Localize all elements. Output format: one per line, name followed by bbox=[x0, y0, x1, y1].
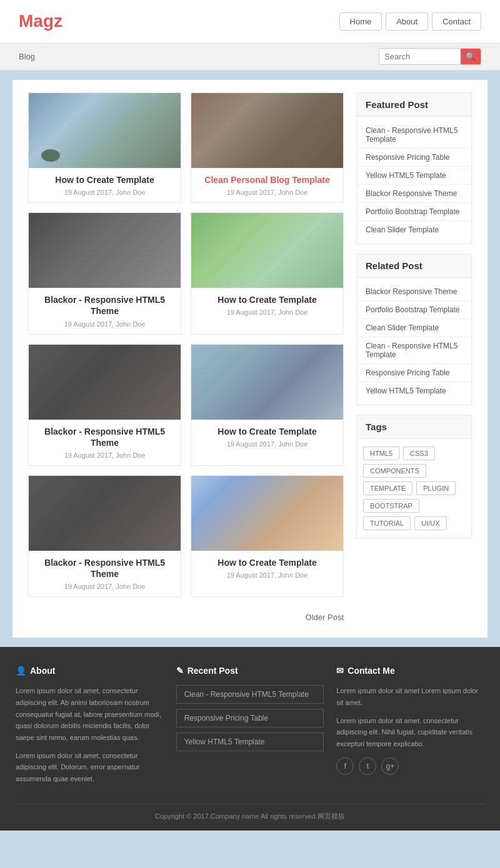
post-image-3 bbox=[191, 213, 343, 288]
featured-link-3[interactable]: Blackor Responsive Theme bbox=[357, 185, 471, 203]
post-meta-5: 19 August 2017, John Doe bbox=[198, 440, 337, 448]
footer-recent-col: ✎ Recent Post Clean - Responsive HTML5 T… bbox=[176, 666, 324, 791]
post-card-0[interactable]: How to Create Template 19 August 2017, J… bbox=[28, 92, 181, 203]
social-facebook[interactable]: f bbox=[336, 757, 354, 775]
post-meta-4: 19 August 2017, John Doe bbox=[35, 451, 174, 459]
post-row-3: Blackor - Responsive HTML5 Theme 19 Augu… bbox=[28, 344, 344, 466]
post-image-1 bbox=[191, 93, 343, 168]
main-content: How to Create Template 19 August 2017, J… bbox=[12, 80, 488, 638]
footer-recent-title: ✎ Recent Post bbox=[176, 666, 324, 676]
social-google[interactable]: g+ bbox=[381, 757, 399, 775]
related-link-5[interactable]: Yellow HTML5 Template bbox=[357, 382, 471, 400]
featured-link-5[interactable]: Clean Slider Template bbox=[357, 221, 471, 239]
post-card-3[interactable]: How to Create Template 19 August 2017, J… bbox=[191, 212, 344, 334]
post-meta-6: 19 August 2017, John Doe bbox=[35, 583, 174, 590]
post-title-5: How to Create Template bbox=[198, 426, 337, 437]
search-input[interactable] bbox=[379, 49, 461, 64]
post-card-4[interactable]: Blackor - Responsive HTML5 Theme 19 Augu… bbox=[28, 344, 181, 466]
logo: Magz bbox=[19, 11, 62, 31]
footer-contact-text1: Lorem ipsum dolor sit amet Lorem ipsum d… bbox=[336, 685, 484, 708]
recent-link-0[interactable]: Clean - Responsive HTML5 Template bbox=[176, 685, 324, 704]
post-info-1: Clean Personal Blog Template 19 August 2… bbox=[191, 168, 343, 202]
blog-bar: Blog 🔍 bbox=[0, 43, 500, 71]
search-box: 🔍 bbox=[379, 48, 481, 65]
post-img-camera3 bbox=[29, 476, 181, 551]
featured-post-list: Clean - Responsive HTML5 Template Respon… bbox=[357, 117, 471, 244]
related-link-4[interactable]: Responsive Pricing Table bbox=[357, 364, 471, 382]
search-button[interactable]: 🔍 bbox=[461, 49, 481, 64]
nav-contact[interactable]: Contact bbox=[432, 12, 481, 31]
post-img-camera1 bbox=[29, 213, 181, 288]
post-meta-1: 19 August 2017, John Doe bbox=[198, 189, 337, 196]
recent-link-1[interactable]: Responsive Pricing Table bbox=[176, 709, 324, 727]
featured-link-0[interactable]: Clean - Responsive HTML5 Template bbox=[357, 122, 471, 149]
footer-copyright: Copyright © 2017.Company name All rights… bbox=[16, 804, 484, 821]
post-info-0: How to Create Template 19 August 2017, J… bbox=[29, 168, 181, 202]
post-card-2[interactable]: Blackor - Responsive HTML5 Theme 19 Augu… bbox=[28, 212, 181, 334]
post-row-2: Blackor - Responsive HTML5 Theme 19 Augu… bbox=[28, 212, 344, 334]
footer-about-text1: Lorem ipsum dolor sit amet, consectetur … bbox=[16, 685, 164, 743]
post-info-3: How to Create Template 19 August 2017, J… bbox=[191, 288, 343, 322]
post-title-3: How to Create Template bbox=[198, 294, 337, 305]
featured-link-4[interactable]: Portfolio Bootstrap Template bbox=[357, 203, 471, 221]
footer-about-title: 👤 About bbox=[16, 666, 164, 676]
featured-post-title: Featured Post bbox=[357, 93, 471, 117]
post-image-7 bbox=[191, 476, 343, 551]
post-image-0 bbox=[29, 93, 181, 168]
footer-contact-title: ✉ Contact Me bbox=[336, 666, 484, 676]
person-icon: 👤 bbox=[16, 666, 26, 676]
nav-home[interactable]: Home bbox=[339, 12, 382, 31]
post-title-0: How to Create Template bbox=[35, 174, 174, 185]
tag-5[interactable]: BOOTSTRAP bbox=[363, 499, 419, 513]
footer: 👤 About Lorem ipsum dolor sit amet, cons… bbox=[0, 647, 500, 831]
post-image-4 bbox=[29, 345, 181, 420]
post-img-rocks-field bbox=[191, 213, 343, 288]
post-img-road bbox=[191, 93, 343, 168]
post-card-6[interactable]: Blackor - Responsive HTML5 Theme 19 Augu… bbox=[28, 475, 181, 597]
post-image-6 bbox=[29, 476, 181, 551]
related-post-section: Related Post Blackor Responsive Theme Po… bbox=[356, 254, 472, 405]
post-card-7[interactable]: How to Create Template 19 August 2017, J… bbox=[191, 475, 344, 597]
related-link-0[interactable]: Blackor Responsive Theme bbox=[357, 283, 471, 301]
related-link-2[interactable]: Clean Slider Template bbox=[357, 319, 471, 337]
main-nav: Home About Contact bbox=[339, 12, 481, 31]
featured-link-1[interactable]: Responsive Pricing Table bbox=[357, 149, 471, 167]
post-meta-0: 19 August 2017, John Doe bbox=[35, 189, 174, 196]
tag-2[interactable]: COMPONENTS bbox=[363, 464, 426, 478]
tag-7[interactable]: UI/UX bbox=[414, 516, 446, 530]
post-image-5 bbox=[191, 345, 343, 420]
tags-title: Tags bbox=[357, 415, 471, 439]
featured-post-section: Featured Post Clean - Responsive HTML5 T… bbox=[356, 92, 472, 244]
post-info-6: Blackor - Responsive HTML5 Theme 19 Augu… bbox=[29, 551, 181, 596]
older-post-link[interactable]: Older Post bbox=[28, 606, 344, 625]
tag-0[interactable]: HTML5 bbox=[363, 446, 399, 460]
social-twitter[interactable]: t bbox=[359, 757, 376, 775]
tag-3[interactable]: TEMPLATE bbox=[363, 481, 412, 495]
post-info-5: How to Create Template 19 August 2017, J… bbox=[191, 420, 343, 454]
tag-1[interactable]: CSS3 bbox=[403, 446, 435, 460]
post-card-5[interactable]: How to Create Template 19 August 2017, J… bbox=[191, 344, 344, 466]
footer-about-col: 👤 About Lorem ipsum dolor sit amet, cons… bbox=[16, 666, 164, 791]
footer-grid: 👤 About Lorem ipsum dolor sit amet, cons… bbox=[16, 666, 484, 791]
tag-6[interactable]: TUTORIAL bbox=[363, 516, 411, 530]
related-link-1[interactable]: Portfolio Bootstrap Template bbox=[357, 301, 471, 319]
footer-about-text2: Lorem ipsum dolor sit amet, consectetur … bbox=[16, 750, 164, 785]
post-img-camera2 bbox=[29, 345, 181, 420]
post-info-2: Blackor - Responsive HTML5 Theme 19 Augu… bbox=[29, 288, 181, 333]
nav-about[interactable]: About bbox=[386, 12, 428, 31]
post-row-4: Blackor - Responsive HTML5 Theme 19 Augu… bbox=[28, 475, 344, 597]
post-meta-3: 19 August 2017, John Doe bbox=[198, 308, 337, 316]
tag-4[interactable]: PLUGIN bbox=[416, 481, 456, 495]
sidebar: Featured Post Clean - Responsive HTML5 T… bbox=[356, 92, 472, 625]
blog-grid: How to Create Template 19 August 2017, J… bbox=[28, 92, 344, 625]
related-post-list: Blackor Responsive Theme Portfolio Boots… bbox=[357, 278, 471, 405]
related-link-3[interactable]: Clean - Responsive HTML5 Template bbox=[357, 337, 471, 364]
tags-section: Tags HTML5 CSS3 COMPONENTS TEMPLATE PLUG… bbox=[356, 415, 472, 538]
post-card-1[interactable]: Clean Personal Blog Template 19 August 2… bbox=[191, 92, 344, 203]
recent-link-2[interactable]: Yellow HTML5 Template bbox=[176, 732, 324, 751]
post-image-2 bbox=[29, 213, 181, 288]
post-meta-7: 19 August 2017, John Doe bbox=[198, 571, 337, 579]
featured-link-2[interactable]: Yellow HTML5 Template bbox=[357, 167, 471, 185]
social-icons: f t g+ bbox=[336, 757, 484, 775]
post-title-7: How to Create Template bbox=[198, 557, 337, 568]
